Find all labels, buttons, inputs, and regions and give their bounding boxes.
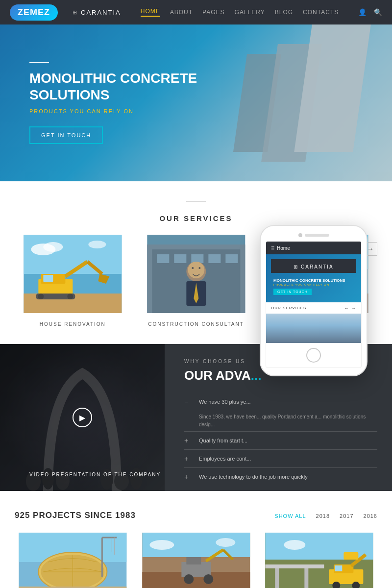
svg-rect-81 (266, 564, 324, 568)
svg-rect-65 (186, 557, 201, 564)
mobile-hero-title: MONOLITHIC CONCRETE SOLUTIONS (273, 278, 354, 283)
mobile-arrow-left: ← (344, 305, 349, 311)
mobile-service-image (266, 314, 361, 343)
svg-rect-85 (344, 552, 359, 560)
svg-rect-82 (275, 568, 279, 588)
mobile-home-button (306, 348, 321, 363)
svg-point-26 (192, 267, 194, 269)
mobile-preview: ≡ Home ⊞ CARANTIA MONOLITHIC CONCRETE SO… (260, 225, 368, 376)
svg-rect-21 (225, 254, 238, 263)
nav-home[interactable]: HOME (141, 8, 160, 17)
mobile-nav-arrows: ← → (344, 305, 356, 311)
svg-point-13 (67, 294, 73, 299)
svg-point-71 (216, 538, 235, 547)
adv-plus-icon-4: + (184, 473, 194, 481)
adv-item-1: − We have 30 plus ye... (184, 393, 377, 411)
mobile-brand-text: ⊞ CARANTIA (294, 264, 333, 270)
projects-title: 925 PROJECTS SINCE 1983 (15, 511, 136, 520)
filter-2016[interactable]: 2016 (364, 513, 377, 519)
mobile-speaker (305, 234, 329, 237)
adv-item-2: + Quality from start t... (184, 431, 377, 449)
hero-divider (29, 62, 49, 63)
svg-point-12 (38, 294, 44, 299)
service-label-2: CONSTRUCTION CONSULTANT (138, 319, 254, 329)
nav-about[interactable]: ABOUT (170, 9, 193, 16)
user-icon[interactable]: 👤 (358, 8, 367, 16)
service-img-consultant (138, 235, 254, 313)
nav-blog[interactable]: BLOG (275, 9, 293, 16)
mobile-hamburger-icon: ≡ (271, 245, 274, 251)
svg-point-84 (284, 540, 306, 550)
hero-shape-1 (294, 24, 372, 152)
hero-subtitle: PRODUCTS YOU CAN RELY ON (29, 108, 197, 114)
nav-contacts[interactable]: CONTACTS (303, 9, 339, 16)
zemez-logo[interactable]: ZEMEZ (10, 4, 58, 21)
adv-minus-icon: − (184, 398, 194, 406)
header-icons: 👤 🔍 (358, 8, 382, 16)
svg-point-3 (43, 242, 63, 252)
svg-point-66 (184, 574, 194, 584)
play-button[interactable]: ▶ (73, 408, 92, 427)
mobile-services-label: OUR SERVICES (271, 306, 306, 310)
svg-rect-17 (157, 254, 169, 263)
adv-plus-icon-2: + (184, 437, 194, 444)
svg-rect-77 (335, 565, 343, 571)
svg-point-4 (88, 241, 106, 248)
svg-point-70 (149, 540, 174, 550)
service-card-2: CONSTRUCTION CONSULTANT (138, 235, 254, 329)
nav-pages[interactable]: PAGES (202, 9, 224, 16)
brand-icon: ⊞ (73, 9, 77, 16)
hero-section: MONOLITHIC CONCRETESOLUTIONS PRODUCTS YO… (0, 24, 392, 181)
video-label: VIDEO PRESENTATION OF THE COMPANY (29, 471, 161, 479)
adv-desc-1: Since 1983, we have been... quality Port… (184, 411, 377, 431)
adv-text-3: Employees are cont... (199, 456, 251, 462)
main-nav: HOME ABOUT PAGES GALLERY BLOG CONTACTS (141, 8, 339, 17)
adv-plus-icon-3: + (184, 455, 194, 463)
adv-text-2: Quality from start t... (199, 438, 247, 443)
adv-text-1: We have 30 plus ye... (199, 399, 251, 405)
hero-cta-button[interactable]: GET IN TOUCH (29, 126, 103, 144)
svg-rect-8 (43, 275, 53, 282)
mobile-arrow-right: → (351, 305, 356, 311)
service-card-1: HOUSE RENOVATION (15, 235, 131, 329)
service-img-excavator (15, 235, 131, 313)
adv-item-4: + We use technology to do the job more q… (184, 467, 377, 486)
search-icon[interactable]: 🔍 (374, 8, 382, 16)
filter-2017[interactable]: 2017 (340, 513, 353, 519)
projects-section: 925 PROJECTS SINCE 1983 SHOW ALL 2018 20… (0, 491, 392, 588)
nav-gallery[interactable]: GALLERY (235, 9, 265, 16)
filter-2018[interactable]: 2018 (316, 513, 330, 519)
adv-text-4: We use technology to do the job more qui… (199, 474, 308, 480)
services-divider (186, 201, 206, 202)
filter-show-all[interactable]: SHOW ALL (274, 513, 306, 519)
projects-header: 925 PROJECTS SINCE 1983 SHOW ALL 2018 20… (15, 511, 377, 520)
mobile-screen: ≡ Home ⊞ CARANTIA MONOLITHIC CONCRETE SO… (266, 241, 362, 368)
svg-point-67 (203, 574, 213, 584)
hero-content: MONOLITHIC CONCRETESOLUTIONS PRODUCTS YO… (0, 62, 226, 144)
mobile-nav-bar: ≡ Home (266, 242, 361, 254)
mobile-services-bar: OUR SERVICES ← → (266, 302, 361, 314)
mobile-hero: ⊞ CARANTIA MONOLITHIC CONCRETE SOLUTIONS… (266, 254, 361, 302)
project-card-2[interactable]: SERENADE HOTEL CHICAGO, IL (138, 533, 254, 588)
mobile-brand: ⊞ CARANTIA (271, 259, 356, 273)
hero-title: MONOLITHIC CONCRETESOLUTIONS (29, 70, 197, 103)
svg-rect-83 (305, 568, 309, 588)
project-card-1[interactable]: WILSON BUSINESS CENTER DALLAS, TX (15, 533, 131, 588)
svg-rect-18 (174, 254, 186, 263)
project-card-3[interactable]: STATE CONCERT HALL NEW YORK, NY (261, 533, 377, 588)
video-side: ▶ VIDEO PRESENTATION OF THE COMPANY (0, 344, 165, 491)
mobile-bottom (266, 343, 361, 368)
adv-item-3: + Employees are cont... (184, 449, 377, 467)
mobile-hero-btn: GET IN TOUCH (273, 289, 312, 295)
mobile-hero-subtitle: PRODUCTS YOU CAN RELY ON (273, 283, 354, 286)
mobile-top-bar (266, 233, 362, 237)
svg-rect-20 (208, 254, 220, 263)
brand-name: CARANTIA (81, 9, 121, 16)
projects-filters: SHOW ALL 2018 2017 2016 (274, 513, 377, 519)
mobile-camera (298, 233, 302, 237)
svg-point-27 (198, 267, 200, 269)
projects-grid: WILSON BUSINESS CENTER DALLAS, TX (15, 533, 377, 588)
services-title: OUR SERVICES (15, 214, 377, 222)
services-section: OUR SERVICES (0, 181, 392, 344)
header: ZEMEZ ⊞ CARANTIA HOME ABOUT PAGES GALLER… (0, 0, 392, 24)
